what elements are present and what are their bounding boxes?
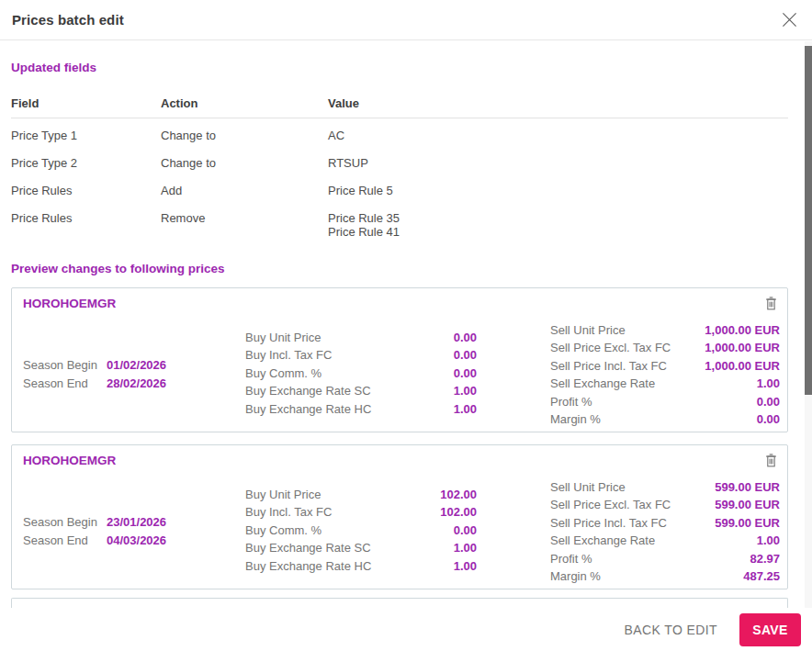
sell-row-value: 487.25	[743, 567, 780, 585]
updated-fields-heading: Updated fields	[11, 61, 788, 74]
sell-row-value: 599.00 EUR	[715, 496, 780, 513]
sell-row-label: Sell Price Excl. Tax FC	[550, 339, 671, 356]
buy-row-value: 0.00	[454, 346, 477, 364]
action-cell: Add	[161, 184, 328, 197]
sell-row-value: 599.00 EUR	[715, 478, 780, 496]
table-row: Price Rules Remove Price Rule 35 Price R…	[11, 204, 788, 245]
price-card: HOROHOEMGR Season Begin 01/02/2026 Seaso…	[11, 287, 788, 432]
field-cell: Price Type 1	[11, 129, 161, 142]
column-header-field: Field	[11, 96, 161, 110]
scrollbar-track	[805, 41, 812, 608]
buy-row-label: Buy Incl. Tax FC	[245, 503, 332, 521]
updated-fields-table: Field Action Value Price Type 1 Change t…	[11, 96, 788, 245]
sell-column: Sell Unit Price1,000.00 EUR Sell Price E…	[550, 321, 780, 428]
sell-row-label: Sell Unit Price	[550, 321, 626, 339]
sell-row-label: Margin %	[550, 567, 601, 585]
field-cell: Price Type 2	[11, 156, 161, 170]
season-end-value: 28/02/2026	[107, 375, 166, 393]
buy-row-label: Buy Unit Price	[245, 329, 321, 346]
season-end-label: Season End	[23, 375, 107, 393]
table-header-row: Field Action Value	[11, 96, 788, 118]
sell-row-value: 599.00 EUR	[715, 514, 780, 532]
buy-row-label: Buy Exchange Rate SC	[245, 539, 371, 556]
buy-row-value: 0.00	[454, 522, 477, 539]
scrollbar-thumb[interactable]	[805, 46, 812, 395]
sell-row-value: 82.97	[750, 550, 780, 567]
dialog-header: Prices batch edit	[0, 0, 812, 40]
dialog-title: Prices batch edit	[12, 12, 124, 28]
sell-row-label: Margin %	[550, 410, 601, 428]
column-header-action: Action	[161, 96, 328, 110]
value-cell: RTSUP	[328, 156, 788, 170]
price-card-title: HOROHOEMGR	[23, 454, 116, 467]
season-begin-value: 23/01/2026	[107, 513, 166, 532]
season-begin-value: 01/02/2026	[107, 356, 166, 375]
table-body: Price Type 1 Change to AC Price Type 2 C…	[11, 121, 788, 245]
season-column: Season Begin 01/02/2026 Season End 28/02…	[23, 356, 166, 392]
buy-row-label: Buy Unit Price	[245, 486, 321, 503]
action-cell: Remove	[161, 211, 328, 239]
field-cell: Price Rules	[11, 184, 161, 197]
buy-row-label: Buy Comm. %	[245, 365, 321, 382]
buy-column: Buy Unit Price102.00 Buy Incl. Tax FC102…	[245, 486, 477, 575]
value-cell: Price Rule 5	[328, 184, 788, 197]
season-begin-label: Season Begin	[23, 513, 107, 532]
preview-heading: Preview changes to following prices	[11, 262, 788, 275]
delete-price-button[interactable]	[761, 294, 780, 312]
buy-row-label: Buy Exchange Rate HC	[245, 400, 371, 418]
buy-row-value: 1.00	[454, 539, 477, 556]
buy-row-label: Buy Exchange Rate SC	[245, 382, 371, 399]
buy-row-label: Buy Incl. Tax FC	[245, 346, 332, 364]
season-end-label: Season End	[23, 532, 107, 550]
price-card-partial	[11, 598, 788, 608]
table-row: Price Type 1 Change to AC	[11, 121, 788, 149]
value-cell: AC	[328, 129, 788, 142]
buy-row-label: Buy Exchange Rate HC	[245, 557, 371, 575]
delete-price-button[interactable]	[761, 451, 780, 469]
buy-row-label: Buy Comm. %	[245, 522, 321, 539]
season-begin-label: Season Begin	[23, 356, 107, 375]
action-cell: Change to	[161, 129, 328, 142]
sell-row-value: 1.00	[757, 375, 780, 392]
dialog-footer: BACK TO EDIT SAVE	[0, 608, 812, 651]
buy-row-value: 0.00	[454, 329, 477, 346]
close-button[interactable]	[778, 9, 800, 31]
column-header-value: Value	[328, 96, 788, 110]
field-cell: Price Rules	[11, 211, 161, 239]
sell-row-label: Profit %	[550, 550, 592, 567]
sell-row-label: Profit %	[550, 393, 592, 410]
buy-row-value: 102.00	[440, 486, 477, 503]
save-button[interactable]: SAVE	[739, 613, 801, 646]
season-column: Season Begin 23/01/2026 Season End 04/03…	[23, 513, 166, 549]
buy-row-value: 1.00	[454, 400, 477, 418]
buy-row-value: 1.00	[454, 382, 477, 399]
buy-row-value: 0.00	[454, 365, 477, 382]
price-card-title: HOROHOEMGR	[23, 297, 116, 310]
close-icon	[782, 12, 797, 28]
buy-column: Buy Unit Price0.00 Buy Incl. Tax FC0.00 …	[245, 329, 477, 418]
sell-row-value: 1,000.00 EUR	[705, 339, 780, 356]
value-cell: Price Rule 35 Price Rule 41	[328, 211, 788, 239]
price-card: HOROHOEMGR Season Begin 23/01/2026 Seaso…	[11, 444, 788, 589]
table-row: Price Rules Add Price Rule 5	[11, 176, 788, 204]
sell-row-label: Sell Price Incl. Tax FC	[550, 357, 667, 375]
sell-row-value: 0.00	[757, 393, 780, 410]
dialog-content: Updated fields Field Action Value Price …	[0, 41, 805, 608]
action-cell: Change to	[161, 156, 328, 170]
trash-icon	[765, 454, 777, 467]
table-row: Price Type 2 Change to RTSUP	[11, 149, 788, 176]
sell-row-label: Sell Price Excl. Tax FC	[550, 496, 671, 513]
back-to-edit-button[interactable]: BACK TO EDIT	[613, 615, 728, 645]
buy-row-value: 102.00	[440, 503, 477, 521]
sell-row-label: Sell Unit Price	[550, 478, 626, 496]
sell-row-label: Sell Exchange Rate	[550, 532, 655, 549]
sell-row-value: 1,000.00 EUR	[705, 357, 780, 375]
sell-row-value: 0.00	[757, 410, 780, 428]
trash-icon	[765, 297, 777, 310]
sell-column: Sell Unit Price599.00 EUR Sell Price Exc…	[550, 478, 780, 585]
sell-row-label: Sell Price Incl. Tax FC	[550, 514, 667, 532]
sell-row-value: 1,000.00 EUR	[705, 321, 780, 339]
sell-row-label: Sell Exchange Rate	[550, 375, 655, 392]
season-end-value: 04/03/2026	[107, 532, 166, 550]
buy-row-value: 1.00	[454, 557, 477, 575]
